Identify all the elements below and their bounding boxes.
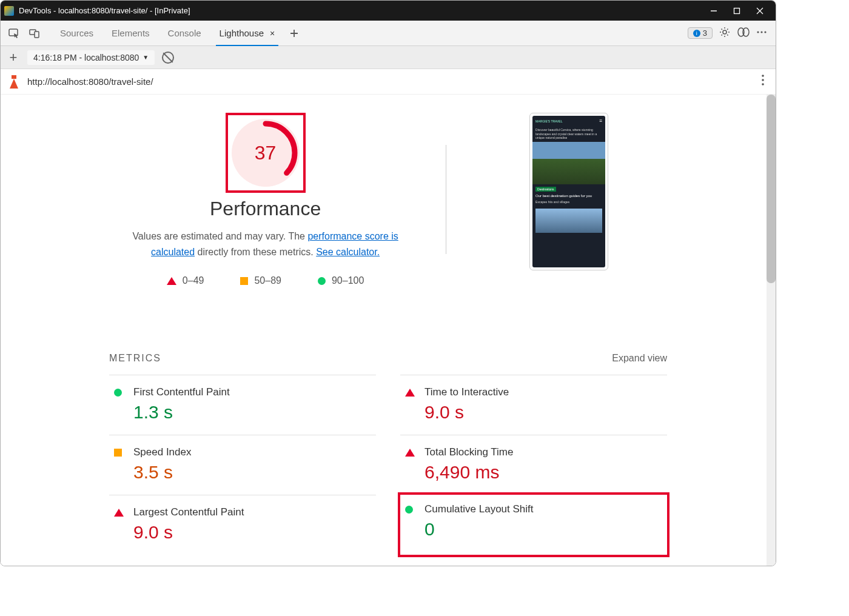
square-orange-icon [240,277,248,285]
issues-badge[interactable]: i 3 [688,27,713,39]
score-highlight-box: 37 [226,113,306,193]
lighthouse-icon [8,75,20,89]
svg-point-17 [762,83,764,85]
run-label: 4:16:18 PM - localhost:8080 [33,53,139,62]
scrollbar[interactable] [767,95,776,566]
triangle-red-icon [405,389,415,397]
close-tab-icon[interactable]: × [270,28,275,38]
expand-view-link[interactable]: Expand view [612,353,667,364]
thumb-hero-text: Discover beautiful Corsica, where stunni… [532,126,605,142]
metric-cls: Cumulative Layout Shift 0 [398,492,669,557]
svg-point-13 [760,31,762,33]
circle-green-icon [318,277,326,285]
metric-tti: Time to Interactive 9.0 s [400,375,667,435]
metric-lcp: Largest Contentful Paint 9.0 s [109,495,376,555]
hamburger-icon: ≡ [599,118,602,124]
minimize-button[interactable] [708,5,720,17]
device-toggle-icon[interactable] [25,24,44,43]
report-menu-icon[interactable] [757,73,768,90]
performance-title: Performance [210,198,321,220]
circle-green-icon [405,506,413,514]
metric-label: Speed Index [133,446,371,458]
svg-point-15 [762,75,764,77]
caret-down-icon: ▼ [143,54,149,61]
metric-fcp: First Contentful Paint 1.3 s [109,375,376,435]
tab-sources[interactable]: Sources [52,21,102,46]
inspect-icon[interactable] [4,24,24,43]
report-body[interactable]: 37 Performance Values are estimated and … [1,95,776,566]
svg-point-16 [762,79,764,81]
performance-description: Values are estimated and may vary. The p… [132,229,399,259]
devtools-window: DevTools - localhost:8080/travel-site/ -… [0,0,776,566]
app-icon [4,6,14,16]
triangle-red-icon [405,449,415,457]
metrics-heading: METRICS [109,353,161,364]
window-controls [708,5,772,17]
issues-count: 3 [703,28,707,38]
triangle-red-icon [167,277,176,285]
thumb-brand: MARGIE'S TRAVEL [535,119,562,123]
new-report-button[interactable]: + [7,50,20,65]
close-window-button[interactable] [754,5,766,17]
vertical-divider [446,145,446,254]
metric-si: Speed Index 3.5 s [109,435,376,495]
metrics-grid: First Contentful Paint 1.3 s Time to Int… [109,375,667,555]
svg-rect-6 [35,32,39,38]
tab-label: Sources [60,28,93,38]
thumb-subtitle: Our best destination guides for you [535,194,602,198]
metric-label: Time to Interactive [424,386,662,398]
scrollbar-thumb[interactable] [767,95,776,283]
circle-green-icon [114,389,122,397]
thumb-tag: Destinations [535,187,556,192]
tab-label: Lighthouse [220,28,264,38]
thumb-section-image [535,209,602,233]
panel-tabstrip: Sources Elements Console Lighthouse × i … [1,21,776,46]
lighthouse-toolbar: + 4:16:18 PM - localhost:8080 ▼ [1,46,776,69]
svg-point-12 [757,31,759,33]
more-menu-icon[interactable] [756,27,767,39]
performance-gauge: 37 [232,119,300,187]
calculator-link[interactable]: See calculator. [316,247,380,257]
copilot-icon[interactable] [737,26,750,40]
run-selector[interactable]: 4:16:18 PM - localhost:8080 ▼ [27,50,155,65]
more-tabs-icon[interactable] [284,24,304,43]
svg-point-14 [764,31,766,33]
thumb-small: Escapes hits and villages [535,200,602,204]
legend-fail: 0–49 [167,275,204,286]
metric-label: Cumulative Layout Shift [424,503,662,515]
metric-label: First Contentful Paint [133,386,371,398]
metric-value: 6,490 ms [424,462,662,483]
tab-label: Console [168,28,201,38]
svg-rect-1 [734,8,740,13]
tab-label: Elements [112,28,150,38]
settings-icon[interactable] [719,26,731,40]
metric-label: Largest Contentful Paint [133,506,371,518]
metric-value: 9.0 s [133,522,371,543]
clear-icon[interactable] [162,52,174,64]
metric-tbt: Total Blocking Time 6,490 ms [400,435,667,495]
metric-label: Total Blocking Time [424,446,662,458]
square-orange-icon [114,449,122,457]
metric-value: 1.3 s [133,402,371,423]
legend-pass: 90–100 [318,275,364,286]
page-screenshot-thumb: MARGIE'S TRAVEL≡ Discover beautiful Cors… [529,113,608,270]
tab-elements[interactable]: Elements [103,21,158,46]
window-title: DevTools - localhost:8080/travel-site/ -… [19,6,708,15]
maximize-button[interactable] [731,5,743,17]
metric-value: 0 [424,519,662,540]
metric-value: 9.0 s [424,402,662,423]
triangle-red-icon [114,509,124,517]
legend-average: 50–89 [240,275,281,286]
titlebar: DevTools - localhost:8080/travel-site/ -… [1,1,776,21]
svg-point-18 [237,124,295,182]
score-legend: 0–49 50–89 90–100 [167,275,364,286]
thumb-hero-image [532,142,605,184]
url-row: http://localhost:8080/travel-site/ [1,69,776,95]
metric-value: 3.5 s [133,462,371,483]
svg-point-9 [723,30,727,34]
report-url: http://localhost:8080/travel-site/ [27,76,153,87]
tab-lighthouse[interactable]: Lighthouse × [211,21,284,46]
issue-dot-icon: i [693,30,700,37]
tab-console[interactable]: Console [159,21,210,46]
